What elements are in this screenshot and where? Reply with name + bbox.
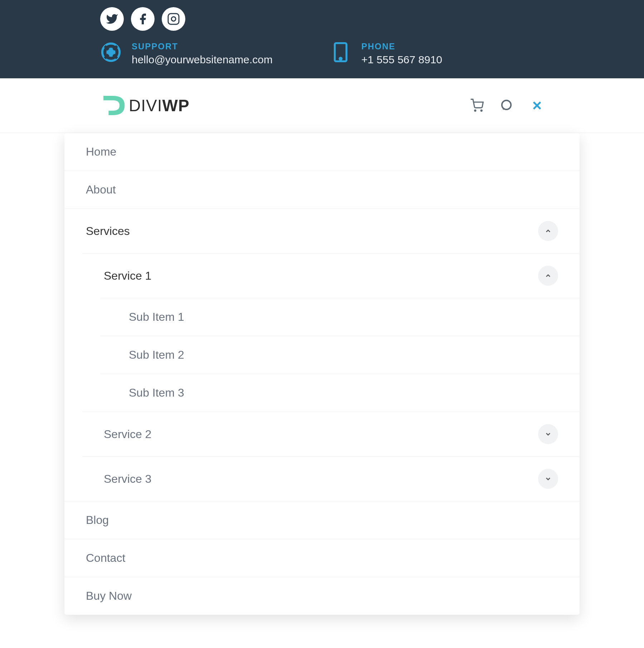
collapse-toggle[interactable] (538, 221, 558, 241)
menu-label: Sub Item 2 (129, 348, 184, 362)
menu-label: Service 3 (104, 472, 151, 486)
svg-point-7 (481, 110, 482, 111)
menu-label: Sub Item 3 (129, 386, 184, 399)
menu-label: Buy Now (86, 589, 132, 603)
mobile-menu-dropdown[interactable]: Home About Services Service 1 (64, 133, 580, 615)
search-icon (500, 99, 514, 112)
header: DIVIWP (0, 78, 644, 133)
logo[interactable]: DIVIWP (100, 93, 190, 118)
twitter-link[interactable] (100, 7, 124, 31)
services-submenu: Service 1 Sub Item 1 Sub Item 2 (64, 253, 580, 501)
support-icon (100, 41, 122, 63)
subitem-2[interactable]: Sub Item 2 (100, 336, 580, 374)
facebook-link[interactable] (131, 7, 155, 31)
svg-rect-0 (168, 14, 179, 24)
svg-point-5 (340, 58, 341, 59)
menu-label: About (86, 183, 116, 196)
svg-point-6 (475, 110, 476, 111)
support-value[interactable]: hello@yourwebsitename.com (132, 54, 273, 66)
menu-label: Sub Item 1 (129, 310, 184, 324)
svg-point-3 (107, 49, 114, 55)
social-icons-row (100, 7, 544, 31)
menu-item-blog[interactable]: Blog (64, 501, 580, 539)
menu-item-contact[interactable]: Contact (64, 539, 580, 577)
svg-line-9 (503, 109, 503, 109)
topbar: SUPPORT hello@yourwebsitename.com PHONE … (0, 0, 644, 78)
menu-label: Service 1 (104, 269, 151, 283)
collapse-toggle[interactable] (538, 266, 558, 286)
phone-block: PHONE +1 555 567 8910 (330, 41, 442, 66)
menu-item-services[interactable]: Services Service 1 Sub Item 1 (64, 209, 580, 501)
service1-submenu: Sub Item 1 Sub Item 2 Sub Item 3 (82, 298, 580, 412)
submenu-item-service3[interactable]: Service 3 (82, 456, 580, 501)
chevron-down-icon (545, 475, 552, 482)
submenu-item-service2[interactable]: Service 2 (82, 412, 580, 456)
header-actions (470, 99, 544, 112)
submenu-item-service1[interactable]: Service 1 Sub Item 1 Sub Item 2 (82, 253, 580, 412)
support-block: SUPPORT hello@yourwebsitename.com (100, 41, 273, 66)
contact-row: SUPPORT hello@yourwebsitename.com PHONE … (100, 41, 544, 66)
chevron-down-icon (545, 431, 552, 438)
menu-label: Contact (86, 551, 125, 565)
chevron-up-icon (545, 227, 552, 235)
close-icon (530, 99, 544, 112)
svg-point-8 (502, 100, 511, 109)
menu-label: Services (86, 225, 130, 238)
cart-button[interactable] (470, 99, 484, 112)
phone-icon (330, 41, 351, 63)
menu-item-home[interactable]: Home (64, 133, 580, 171)
menu-label: Home (86, 145, 116, 158)
phone-value[interactable]: +1 555 567 8910 (361, 54, 442, 66)
phone-label: PHONE (361, 41, 442, 51)
menu-item-about[interactable]: About (64, 171, 580, 209)
expand-toggle[interactable] (538, 469, 558, 489)
facebook-icon (136, 13, 149, 25)
twitter-icon (106, 13, 118, 25)
menu-label: Service 2 (104, 428, 151, 441)
subitem-3[interactable]: Sub Item 3 (100, 374, 580, 412)
logo-mark-icon (100, 93, 126, 118)
subitem-1[interactable]: Sub Item 1 (100, 298, 580, 336)
instagram-icon (167, 13, 180, 25)
support-label: SUPPORT (132, 41, 273, 51)
expand-toggle[interactable] (538, 424, 558, 444)
instagram-link[interactable] (162, 7, 185, 31)
menu-list: Home About Services Service 1 (64, 133, 580, 615)
chevron-up-icon (545, 272, 552, 279)
logo-text: DIVIWP (129, 96, 190, 115)
close-menu-button[interactable] (530, 99, 544, 112)
search-button[interactable] (500, 99, 514, 112)
cart-icon (470, 99, 484, 112)
menu-item-buynow[interactable]: Buy Now (64, 577, 580, 615)
menu-label: Blog (86, 514, 109, 527)
